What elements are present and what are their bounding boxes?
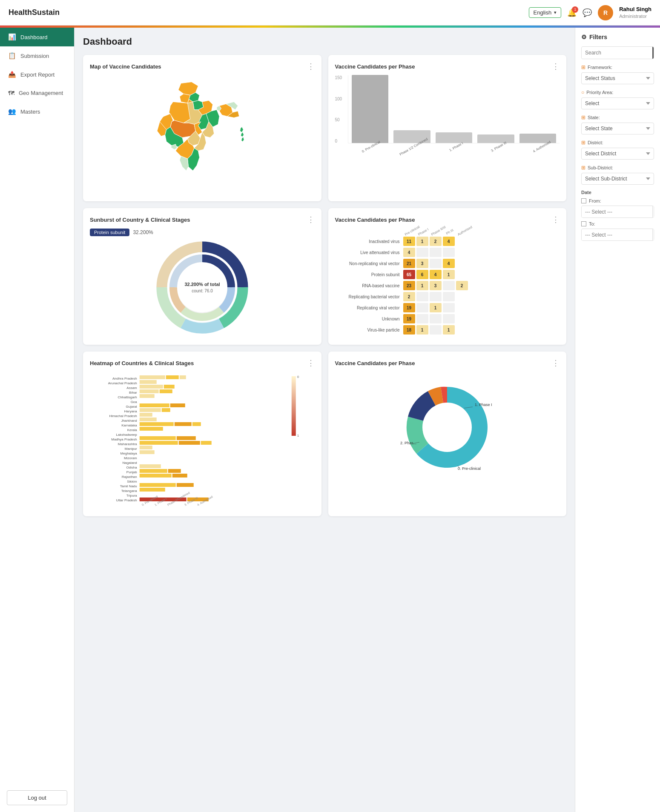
svg-rect-36 xyxy=(140,389,159,393)
heatmap-menu-button[interactable]: ⋮ xyxy=(307,358,315,368)
map-menu-button[interactable]: ⋮ xyxy=(307,62,315,71)
vhm-row-label: Protein subunit xyxy=(335,272,403,277)
from-checkbox[interactable] xyxy=(581,198,586,203)
vhm-cell: 18 xyxy=(403,325,415,335)
donut-menu-button[interactable]: ⋮ xyxy=(552,358,560,368)
sunburst-menu-button[interactable]: ⋮ xyxy=(307,215,315,224)
vaccine-heatmap-card: Vaccine Candidates per Phase ⋮ Pre-clini… xyxy=(328,208,567,345)
search-button[interactable]: 🔍 xyxy=(652,47,654,59)
vhm-cell: 19 xyxy=(403,303,415,312)
filters-panel: ⚙ Filters 🔍 ⊞ Framework: Select Status ○… xyxy=(575,28,660,812)
vhm-cell: 11 xyxy=(403,237,415,246)
vaccine-heatmap-row: Unknown19 xyxy=(335,314,560,323)
vhm-cell: 1 xyxy=(416,325,428,335)
vhm-cell xyxy=(430,325,442,335)
vhm-cell: 2 xyxy=(403,292,415,301)
bar2-menu-button[interactable]: ⋮ xyxy=(552,215,560,224)
svg-rect-46 xyxy=(175,422,192,426)
vhm-cell xyxy=(430,248,442,257)
from-date-input[interactable] xyxy=(582,206,652,217)
to-date-input[interactable] xyxy=(582,229,652,240)
state-icon: ⊞ xyxy=(581,114,585,120)
to-label: To: xyxy=(581,221,654,226)
svg-rect-51 xyxy=(140,441,178,445)
bar-chart-1-card: Vaccine Candidates per Phase ⋮ 050100150 xyxy=(328,55,567,201)
subdistrict-select[interactable]: Select Sub-District xyxy=(581,173,654,185)
sidebar-item-dashboard[interactable]: 📊Dashboard xyxy=(0,28,74,46)
svg-rect-37 xyxy=(160,389,172,393)
svg-text:count: 76.0: count: 76.0 xyxy=(192,289,213,293)
notification-badge: 1 xyxy=(572,6,578,13)
svg-text:Telangana: Telangana xyxy=(121,489,137,493)
vaccine-heatmap-row: Inactivated virus11124 xyxy=(335,237,560,246)
svg-point-76 xyxy=(422,403,472,452)
sidebar-item-geo-management[interactable]: 🗺Geo Management xyxy=(0,84,74,102)
vhm-row-label: Inactivated virus xyxy=(335,239,403,244)
vhm-cell: 4 xyxy=(403,248,415,257)
svg-text:Meghalaya: Meghalaya xyxy=(121,452,138,455)
priority-filter: ○ Priority Area: Select xyxy=(581,89,654,109)
svg-rect-58 xyxy=(168,469,181,473)
district-select[interactable]: Select District xyxy=(581,148,654,160)
sidebar-item-masters[interactable]: 👥Masters xyxy=(0,102,74,121)
vhm-cell xyxy=(443,314,455,323)
sidebar-label: Masters xyxy=(20,109,40,115)
district-icon: ⊞ xyxy=(581,140,585,146)
svg-text:Haryana: Haryana xyxy=(124,409,138,413)
svg-rect-50 xyxy=(177,436,196,440)
donut-pie: 1. Phase I 2. Phas... 0. Pre-clinical xyxy=(335,372,560,484)
vhm-cell xyxy=(443,281,455,290)
vhm-cell: 4 xyxy=(430,270,442,279)
state-select[interactable]: Select State xyxy=(581,123,654,134)
from-calendar-button[interactable]: 📅 xyxy=(652,206,654,217)
date-label: Date xyxy=(581,190,591,195)
svg-text:Manipur: Manipur xyxy=(125,447,137,451)
svg-rect-45 xyxy=(140,422,174,426)
priority-label: Priority Area: xyxy=(586,90,613,95)
svg-rect-43 xyxy=(140,413,152,417)
india-map xyxy=(90,75,315,194)
legend-percentage: 32.200% xyxy=(133,229,153,235)
svg-text:Chhattisgarh: Chhattisgarh xyxy=(118,395,137,399)
svg-text:1. Phase I: 1. Phase I xyxy=(475,403,492,407)
legend-badge: Protein subunit xyxy=(90,229,129,236)
vhm-cell: 3 xyxy=(416,259,428,268)
sidebar-icon: 🗺 xyxy=(8,89,14,97)
notification-bell[interactable]: 🔔 1 xyxy=(567,8,577,17)
vhm-cell: 21 xyxy=(403,259,415,268)
priority-select[interactable]: Select xyxy=(581,97,654,109)
district-filter: ⊞ District: Select District xyxy=(581,140,654,160)
vhm-row-label: Virus-like particle xyxy=(335,328,403,332)
to-calendar-button[interactable]: 📅 xyxy=(652,229,654,240)
svg-text:Karnataka: Karnataka xyxy=(121,423,137,427)
language-selector[interactable]: English xyxy=(529,7,562,18)
to-checkbox[interactable] xyxy=(581,221,586,226)
vaccine-heatmap-row: Replicating bacterial vector2 xyxy=(335,292,560,301)
nav-right: English 🔔 1 💬 R Rahul Singh Administrato… xyxy=(529,5,651,20)
vhm-cell xyxy=(416,303,428,312)
vhm-cell xyxy=(430,314,442,323)
sidebar-item-export-report[interactable]: 📤Export Report xyxy=(0,65,74,84)
svg-text:Uttar Pradesh: Uttar Pradesh xyxy=(116,498,137,502)
svg-rect-54 xyxy=(140,446,152,449)
logo: HealthSustain xyxy=(9,8,529,17)
vhm-cell: 23 xyxy=(403,281,415,290)
svg-rect-62 xyxy=(177,483,194,487)
svg-rect-55 xyxy=(140,450,155,454)
framework-select[interactable]: Select Status xyxy=(581,72,654,84)
donut-card-title: Vaccine Candidates per Phase xyxy=(335,360,415,366)
sidebar-item-submission[interactable]: 📋Submission xyxy=(0,46,74,65)
vhm-cell: 1 xyxy=(443,270,455,279)
sidebar-icon: 👥 xyxy=(8,108,16,115)
svg-text:Lakshadweep: Lakshadweep xyxy=(116,433,137,437)
map-card: Map of Vaccine Candidates ⋮ xyxy=(83,55,321,201)
framework-filter: ⊞ Framework: Select Status xyxy=(581,64,654,84)
chat-icon[interactable]: 💬 xyxy=(583,8,592,17)
main-layout: 📊Dashboard📋Submission📤Export Report🗺Geo … xyxy=(0,28,660,812)
bar1-menu-button[interactable]: ⋮ xyxy=(552,62,560,71)
svg-text:Arunachal Pradesh: Arunachal Pradesh xyxy=(108,381,137,385)
logout-button[interactable]: Log out xyxy=(7,790,67,805)
vhm-cell: 3 xyxy=(430,281,442,290)
vhm-cell xyxy=(443,303,455,312)
search-input[interactable] xyxy=(582,47,652,58)
